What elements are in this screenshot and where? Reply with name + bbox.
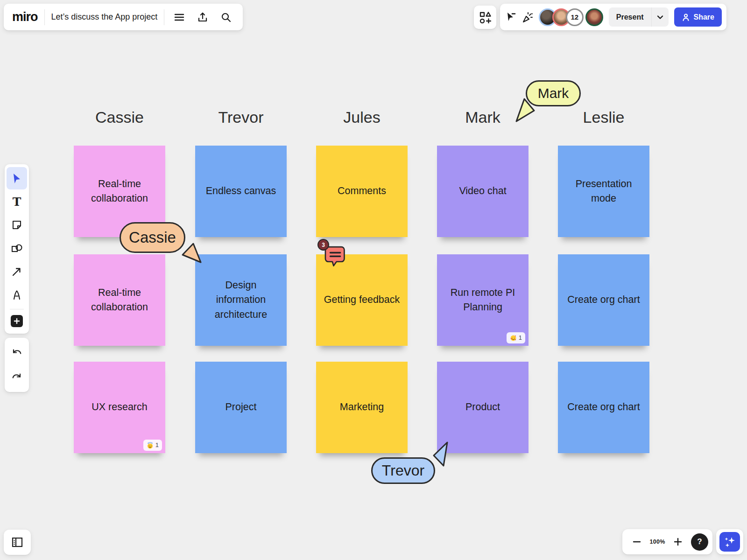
- collaborator-cursor-mark: Mark: [526, 80, 581, 106]
- column-header-leslie[interactable]: Leslie: [558, 108, 649, 126]
- sticky-note[interactable]: Marketing: [316, 362, 408, 453]
- zoom-level[interactable]: 100%: [650, 539, 665, 545]
- sticky-note[interactable]: Project: [195, 362, 287, 453]
- collaborator-cursor-cassie: Cassie: [120, 222, 185, 253]
- sticky-note[interactable]: UX research 1: [74, 362, 165, 453]
- select-cursor-icon: [11, 173, 22, 184]
- divider: [10, 309, 24, 309]
- sticky-note[interactable]: Design information architecture: [195, 254, 287, 346]
- column-header-cassie[interactable]: Cassie: [74, 108, 165, 126]
- hearts-emoji-icon: [510, 335, 517, 342]
- sticky-note[interactable]: Create org chart: [558, 362, 649, 453]
- frames-tools-button[interactable]: [474, 6, 496, 29]
- divider: [44, 9, 45, 25]
- zoom-in-icon: [674, 538, 682, 546]
- export-icon[interactable]: [194, 9, 211, 26]
- connector-tool[interactable]: [7, 260, 27, 283]
- shapes-icon: [11, 243, 23, 254]
- text-tool[interactable]: T: [7, 190, 27, 213]
- comment-thread-badge[interactable]: 3: [318, 240, 349, 271]
- present-button[interactable]: Present: [609, 7, 669, 27]
- text-tool-icon: T: [13, 195, 21, 209]
- zoom-out-button[interactable]: [630, 533, 644, 550]
- left-toolbar: T: [5, 164, 29, 334]
- sticky-note[interactable]: Endless canvas: [195, 146, 287, 237]
- hide-cursors-icon[interactable]: [504, 9, 518, 26]
- zoom-controls: 100% ?: [622, 529, 712, 554]
- ai-assist-card: [716, 529, 743, 554]
- top-bar-right: 12 Present Share: [500, 4, 726, 30]
- undo-button[interactable]: [7, 342, 27, 364]
- ai-assist-button[interactable]: [719, 532, 740, 552]
- sticky-note[interactable]: Real-time collaboration: [74, 254, 165, 346]
- hamburger-menu-icon[interactable]: [171, 9, 188, 26]
- comment-count: 3: [317, 239, 329, 251]
- share-person-icon: [682, 13, 690, 21]
- halo-emoji-icon: [147, 442, 154, 449]
- plus-icon: [14, 318, 20, 324]
- sticky-note[interactable]: Video chat: [437, 146, 529, 237]
- avatar-overflow-badge[interactable]: 12: [566, 8, 584, 26]
- present-label: Present: [609, 13, 651, 21]
- ai-sparkles-icon: [723, 535, 736, 548]
- pen-tool[interactable]: [7, 284, 27, 306]
- cassie-cursor-icon: [180, 241, 204, 265]
- board-title[interactable]: Let’s discuss the App project: [51, 12, 158, 22]
- top-bar-left: miro Let’s discuss the App project: [4, 4, 243, 30]
- redo-button[interactable]: [7, 366, 27, 388]
- zoom-in-button[interactable]: [671, 533, 685, 550]
- share-button[interactable]: Share: [674, 7, 722, 27]
- search-icon[interactable]: [218, 9, 234, 26]
- select-tool[interactable]: [7, 167, 27, 189]
- sticky-note[interactable]: Presentation mode: [558, 146, 649, 237]
- pen-icon: [11, 289, 22, 301]
- help-icon: ?: [697, 537, 702, 546]
- column-header-jules[interactable]: Jules: [316, 108, 408, 126]
- reactions-confetti-icon[interactable]: [521, 9, 535, 26]
- help-button[interactable]: ?: [691, 533, 708, 551]
- add-tools-button[interactable]: [11, 315, 23, 327]
- connector-arrow-icon: [11, 266, 22, 277]
- zoom-out-icon: [633, 538, 641, 546]
- collaborator-avatars: 12: [539, 8, 603, 26]
- emoji-reaction-badge[interactable]: 1: [143, 440, 162, 451]
- divider: [164, 9, 164, 25]
- trevor-cursor-icon: [430, 440, 452, 468]
- avatar[interactable]: [585, 8, 603, 26]
- share-label: Share: [694, 13, 714, 21]
- emoji-reaction-badge[interactable]: 1: [507, 332, 525, 343]
- frames-shapes-icon: [479, 11, 491, 23]
- collaborator-cursor-trevor: Trevor: [371, 457, 435, 484]
- sticky-note-icon: [11, 219, 22, 231]
- redo-icon: [11, 372, 22, 382]
- miro-logo[interactable]: miro: [12, 10, 38, 24]
- undo-redo-toolbar: [5, 338, 29, 392]
- shapes-tool[interactable]: [7, 237, 27, 259]
- frames-panel-button[interactable]: [4, 530, 31, 555]
- sticky-note[interactable]: Run remote PI Planning 1: [437, 254, 529, 346]
- sticky-note[interactable]: Create org chart: [558, 254, 649, 346]
- sticky-note[interactable]: Comments: [316, 146, 408, 237]
- column-header-trevor[interactable]: Trevor: [195, 108, 287, 126]
- undo-icon: [11, 348, 22, 358]
- sticky-note-tool[interactable]: [7, 214, 27, 236]
- chevron-down-icon[interactable]: [652, 15, 669, 20]
- frames-panel-icon: [11, 537, 23, 548]
